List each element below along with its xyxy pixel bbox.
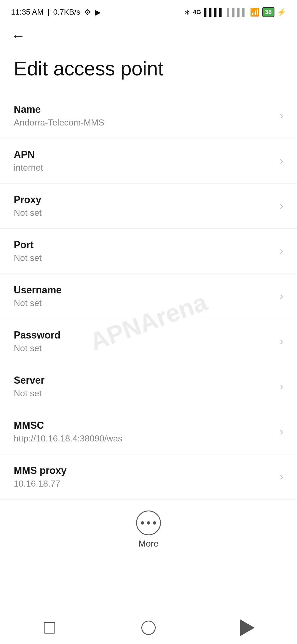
home-button[interactable] [138,617,160,639]
page-title: Edit access point [0,50,297,93]
setting-item-mms-proxy[interactable]: MMS proxy 10.16.18.77 › [0,454,297,500]
chevron-right-icon: › [280,381,283,392]
setting-item-mmsc[interactable]: MMSC http://10.16.18.4:38090/was › [0,409,297,454]
chevron-right-icon: › [280,335,283,347]
status-separator: | [47,8,49,17]
signal-bars2-icon: ▌▌▌▌ [227,8,247,17]
more-circle-icon [136,511,161,535]
setting-value-username: Not set [14,298,274,308]
settings-icon: ⚙ [84,8,91,17]
setting-label-apn: APN [14,149,274,160]
signal-bars-icon: ▌▌▌▌ [204,8,224,17]
home-icon [141,621,156,635]
chevron-right-icon: › [280,290,283,302]
setting-item-username[interactable]: Username Not set › [0,274,297,319]
setting-item-server[interactable]: Server Not set › [0,364,297,409]
setting-value-mmsc: http://10.16.18.4:38090/was [14,433,274,444]
setting-value-name: Andorra-Telecom-MMS [14,118,274,128]
setting-item-name[interactable]: Name Andorra-Telecom-MMS › [0,93,297,138]
chevron-right-icon: › [280,155,283,167]
setting-label-port: Port [14,239,274,251]
setting-label-server: Server [14,375,274,386]
back-icon [240,620,255,636]
setting-item-apn[interactable]: APN internet › [0,138,297,184]
network-4g-icon: 4G [193,9,201,16]
battery-indicator: 38 [262,7,274,17]
chevron-right-icon: › [280,471,283,483]
dot-icon [141,521,144,525]
setting-item-password[interactable]: Password Not set › [0,319,297,364]
wifi-icon: 📶 [250,8,260,17]
setting-label-mms-proxy: MMS proxy [14,465,274,476]
status-left: 11:35 AM | 0.7KB/s ⚙ ▶ [11,8,101,17]
top-nav: ← [0,22,297,50]
setting-label-password: Password [14,329,274,341]
setting-value-password: Not set [14,343,274,353]
setting-label-mmsc: MMSC [14,420,274,431]
chevron-right-icon: › [280,426,283,438]
charging-icon: ⚡ [277,8,286,17]
status-speed: 0.7KB/s [53,8,80,17]
setting-label-proxy: Proxy [14,194,274,206]
dot-icon [147,521,150,525]
chevron-right-icon: › [280,200,283,212]
video-icon: ▶ [95,8,101,17]
status-bar: 11:35 AM | 0.7KB/s ⚙ ▶ ∗ 4G ▌▌▌▌ ▌▌▌▌ 📶 … [0,0,297,22]
status-right: ∗ 4G ▌▌▌▌ ▌▌▌▌ 📶 38 ⚡ [184,7,286,17]
dot-icon [153,521,156,525]
settings-list: Name Andorra-Telecom-MMS › APN internet … [0,93,297,500]
setting-label-name: Name [14,104,274,115]
recents-button[interactable] [38,617,61,639]
status-time: 11:35 AM [11,8,43,17]
setting-item-proxy[interactable]: Proxy Not set › [0,184,297,229]
setting-value-server: Not set [14,388,274,399]
setting-item-port[interactable]: Port Not set › [0,229,297,274]
setting-value-mms-proxy: 10.16.18.77 [14,479,274,489]
bluetooth-icon: ∗ [184,8,190,17]
setting-value-apn: internet [14,163,274,173]
back-nav-button[interactable] [237,617,258,639]
back-button[interactable]: ← [11,28,25,44]
setting-label-username: Username [14,284,274,296]
setting-value-port: Not set [14,253,274,263]
recents-icon [44,622,55,634]
bottom-nav-bar [0,611,297,644]
more-label: More [139,539,159,549]
more-button[interactable]: More [0,500,297,557]
setting-value-proxy: Not set [14,208,274,218]
chevron-right-icon: › [280,110,283,122]
chevron-right-icon: › [280,245,283,257]
